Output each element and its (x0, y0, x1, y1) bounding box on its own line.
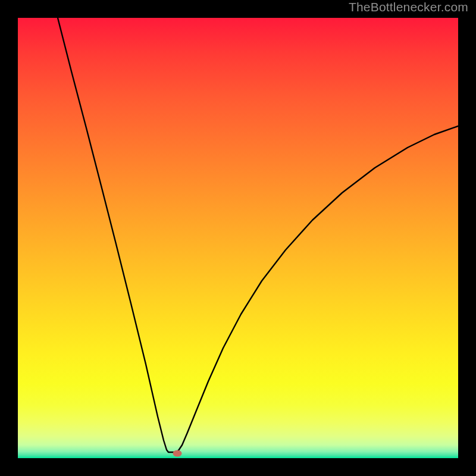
curve-layer (18, 18, 458, 458)
optimal-point-marker (173, 450, 182, 457)
chart-frame: TheBottlenecker.com (0, 0, 476, 476)
bottleneck-curve (58, 18, 458, 452)
plot-area (18, 18, 458, 458)
watermark-text: TheBottlenecker.com (349, 0, 468, 14)
